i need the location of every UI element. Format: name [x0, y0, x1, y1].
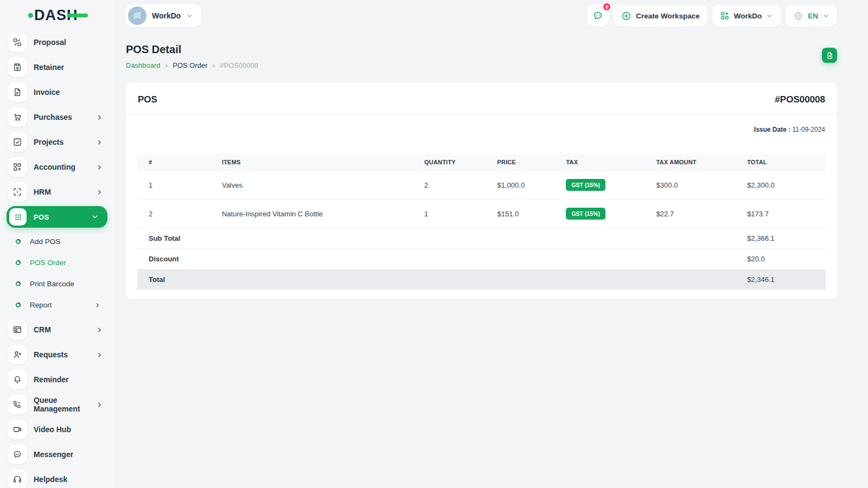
col-header-quantity: QUANTITY: [419, 154, 492, 171]
page-title: POS Detail: [126, 43, 258, 56]
bullet-ring-icon: [16, 281, 21, 286]
globe-icon: [793, 11, 803, 21]
sidebar-item-retainer[interactable]: Retainer: [0, 56, 114, 78]
subtotal-row: Sub Total $2,366.1: [137, 228, 826, 249]
submenu-item-label: Add POS: [30, 237, 60, 246]
submenu-item-label: POS Order: [30, 259, 66, 267]
sidebar-item-pos-active[interactable]: POS: [7, 206, 107, 228]
retainer-icon: [8, 57, 27, 77]
col-header-price: PRICE: [492, 154, 561, 171]
subtotal-value: $2,366.1: [742, 228, 826, 249]
sidebar-item-hrm[interactable]: HRM: [0, 181, 114, 203]
discount-row: Discount $20.0: [137, 249, 826, 269]
sidebar-item-label: Accounting: [34, 163, 75, 171]
card-header: POS #POS00008: [126, 82, 837, 114]
sidebar-menu: Proposal Retainer Invoice Purchases: [0, 30, 114, 488]
col-header-total: TOTAL: [742, 154, 826, 171]
sidebar-item-accounting[interactable]: Accounting: [0, 156, 114, 178]
messages-button[interactable]: 0: [587, 5, 609, 27]
item-total-cell: $2,300.0: [742, 171, 826, 200]
workspace-selector[interactable]: WorkDo: [126, 4, 201, 27]
breadcrumb: Dashboard › POS Order › #POS00008: [126, 61, 258, 69]
chevron-right-icon: [96, 326, 103, 333]
sidebar-item-requests[interactable]: Requests: [0, 344, 114, 365]
invoice-icon: [8, 82, 27, 102]
chat-bubble-icon: [592, 10, 603, 21]
sidebar-item-helpdesk[interactable]: Helpdesk: [0, 468, 114, 488]
issue-date-value: 11-09-2024: [793, 126, 826, 133]
submenu-item-print-barcode[interactable]: Print Barcode: [0, 273, 114, 294]
phone-icon: [8, 395, 27, 414]
col-header-items: ITEMS: [216, 154, 419, 171]
sidebar-item-label: Helpdesk: [34, 475, 67, 484]
cart-icon: [8, 107, 27, 127]
app-logo[interactable]: DASH: [0, 0, 114, 30]
sidebar-item-reminder[interactable]: Reminder: [0, 369, 114, 390]
sidebar-item-label: Video Hub: [34, 425, 71, 434]
tax-badge: GST (15%): [566, 179, 605, 191]
workspace-avatar: [128, 7, 146, 25]
bullet-ring-icon: [16, 260, 21, 265]
workdo-menu-button[interactable]: WorkDo: [712, 5, 781, 27]
breadcrumb-current: #POS00008: [220, 61, 258, 69]
item-tax-cell: GST (15%): [560, 200, 650, 228]
create-workspace-label: Create Workspace: [636, 12, 700, 20]
breadcrumb-pos-order: POS Order: [173, 61, 207, 69]
sidebar-item-projects[interactable]: Projects: [0, 131, 114, 153]
chevron-right-icon: [96, 114, 103, 121]
sidebar-item-label: Purchases: [34, 113, 72, 121]
submenu-item-pos-order[interactable]: POS Order: [0, 252, 114, 273]
export-button[interactable]: [822, 48, 837, 63]
item-price-cell: $1,000.0: [492, 171, 561, 200]
language-selector[interactable]: EN: [786, 5, 837, 27]
sidebar-item-proposal[interactable]: Proposal: [0, 31, 114, 53]
chevron-down-icon: [822, 12, 829, 20]
breadcrumb-dashboard-link[interactable]: Dashboard: [126, 61, 161, 69]
topbar: WorkDo 0 Create Workspace WorkDo: [126, 0, 837, 31]
item-total-cell: $173.7: [742, 200, 826, 228]
create-workspace-button[interactable]: Create Workspace: [614, 5, 707, 27]
item-row: 2 Nature-Inspired Vitamin C Bottle 1 $15…: [137, 200, 826, 228]
sidebar-item-label: Requests: [34, 350, 68, 359]
language-code: EN: [808, 12, 818, 20]
sidebar-item-label: CRM: [34, 325, 51, 334]
chevron-down-icon: [186, 12, 193, 20]
sidebar-item-video-hub[interactable]: Video Hub: [0, 419, 114, 440]
col-header-index: #: [137, 154, 216, 171]
sidebar-item-messenger[interactable]: Messenger: [0, 444, 114, 465]
sidebar-item-label: Retainer: [34, 63, 64, 72]
bullet-ring-icon: [16, 303, 21, 307]
chat-bubble-icon: [8, 445, 27, 464]
check-square-icon: [8, 132, 27, 152]
notification-badge: 0: [602, 2, 611, 11]
sidebar-item-purchases[interactable]: Purchases: [0, 106, 114, 128]
submenu-item-report[interactable]: Report: [0, 294, 114, 316]
table-header-row: # ITEMS QUANTITY PRICE TAX TAX AMOUNT TO…: [137, 154, 826, 171]
pos-submenu: Add POS POS Order Print Barcode Report: [0, 230, 114, 319]
sidebar-item-queue-management[interactable]: Queue Management: [0, 394, 114, 415]
chevron-down-icon: [766, 12, 773, 20]
sidebar-item-label: HRM: [34, 188, 51, 196]
item-tax-amount-cell: $22.7: [651, 200, 742, 228]
discount-value: $20.0: [742, 249, 826, 269]
submenu-item-label: Report: [30, 301, 52, 309]
submenu-item-label: Print Barcode: [30, 280, 74, 288]
subtotal-label: Sub Total: [137, 228, 419, 249]
card-title: POS: [138, 94, 157, 105]
bullet-ring-icon: [16, 239, 21, 244]
page-header: POS Detail Dashboard › POS Order › #POS0…: [126, 43, 837, 69]
total-row: Total $2,346.1: [137, 269, 826, 290]
sidebar-item-label: Reminder: [34, 375, 69, 384]
video-camera-icon: [8, 420, 27, 439]
sidebar-item-label: POS: [34, 213, 49, 221]
sidebar-item-label: Messenger: [34, 450, 73, 459]
sidebar-item-crm[interactable]: CRM: [0, 319, 114, 341]
sidebar-item-invoice[interactable]: Invoice: [0, 81, 114, 103]
headset-icon: [8, 470, 27, 488]
chevron-right-icon: [96, 401, 103, 408]
issue-date: Issue Date : 11-09-2024: [126, 115, 837, 133]
submenu-item-add-pos[interactable]: Add POS: [0, 231, 114, 252]
pos-number: #POS00008: [775, 94, 825, 105]
item-index-cell: 1: [137, 171, 216, 200]
item-price-cell: $151.0: [492, 200, 561, 228]
